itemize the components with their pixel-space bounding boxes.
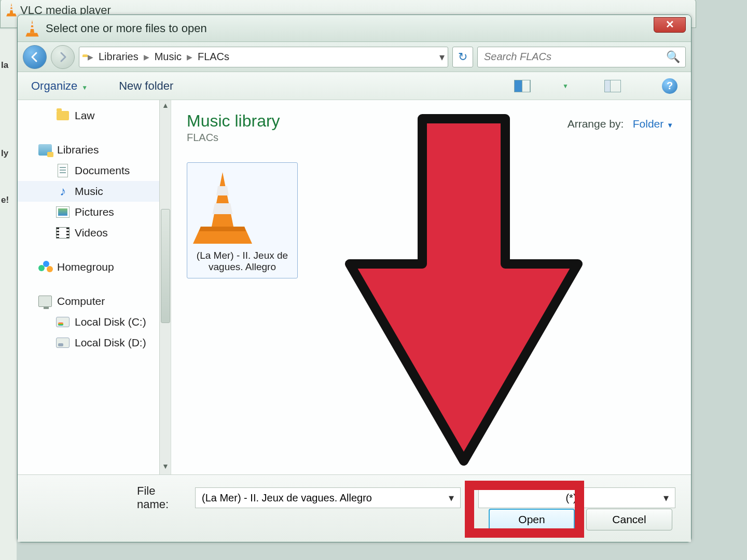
scrollbar-thumb[interactable] <box>161 209 170 323</box>
chevron-right-icon: ▶ <box>187 53 192 61</box>
pictures-icon <box>56 205 70 219</box>
filename-combobox[interactable]: (La Mer) - II. Jeux de vagues. Allegro ▾ <box>195 487 461 508</box>
tree-scrollbar[interactable]: ▲ ▼ <box>159 100 171 474</box>
tree-item-label: Libraries <box>57 144 99 156</box>
tree-item-documents[interactable]: Documents <box>18 160 171 181</box>
chevron-down-icon[interactable]: ▾ <box>663 492 669 504</box>
tree-item-computer[interactable]: Computer <box>18 291 171 312</box>
filename-label: File name: <box>137 484 187 511</box>
tree-item-music[interactable]: ♪ Music <box>18 181 171 202</box>
drive-icon <box>56 336 70 349</box>
vlc-cone-icon <box>191 169 293 247</box>
dialog-titlebar[interactable]: Select one or more files to open ✕ <box>18 15 691 42</box>
svg-rect-0 <box>10 6 12 8</box>
breadcrumb-segment[interactable]: Music <box>155 51 182 63</box>
tree-item-drive-c[interactable]: Local Disk (C:) <box>18 312 171 332</box>
open-button[interactable]: Open <box>489 509 575 530</box>
file-type-filter[interactable]: (*) ▾ <box>478 487 675 508</box>
tree-item-label: Pictures <box>75 206 114 218</box>
svg-rect-3 <box>30 27 34 29</box>
tree-item-label: Computer <box>57 295 105 307</box>
tree-item-drive-d[interactable]: Local Disk (D:) <box>18 332 171 353</box>
music-icon: ♪ <box>56 185 70 198</box>
library-subheading: FLACs <box>187 132 675 144</box>
scroll-up-icon[interactable]: ▲ <box>160 101 171 113</box>
dialog-title: Select one or more files to open <box>46 22 207 35</box>
views-icon <box>514 80 531 92</box>
svg-rect-1 <box>10 9 13 10</box>
tree-item-label: Local Disk (C:) <box>75 316 146 328</box>
breadcrumb-segment[interactable]: Libraries <box>99 51 139 63</box>
close-button[interactable]: ✕ <box>654 17 686 33</box>
arrange-by-value[interactable]: Folder <box>633 118 664 130</box>
preview-pane-icon <box>604 80 621 92</box>
tree-item-label: Documents <box>75 164 130 177</box>
chevron-down-icon: ▼ <box>667 121 673 129</box>
search-input[interactable] <box>483 50 666 63</box>
tree-item-homegroup[interactable]: Homegroup <box>18 257 171 277</box>
cancel-button[interactable]: Cancel <box>586 509 672 530</box>
toolbar: Organize▼ New folder ▼ ? <box>18 72 691 100</box>
tree-item-label: Homegroup <box>57 261 114 273</box>
tree-item-label: Local Disk (D:) <box>75 337 146 349</box>
file-item[interactable]: (La Mer) - II. Jeux de vagues. Allegro <box>187 162 298 278</box>
chevron-down-icon: ▼ <box>81 84 88 91</box>
vlc-cone-icon <box>25 19 39 37</box>
arrange-by[interactable]: Arrange by: Folder ▼ <box>568 118 673 130</box>
libraries-icon <box>38 143 52 157</box>
breadcrumb-segment[interactable]: FLACs <box>198 51 229 63</box>
chevron-right-icon: ▶ <box>88 53 93 61</box>
breadcrumb-dropdown-icon[interactable]: ▾ <box>439 51 445 63</box>
chevron-down-icon[interactable]: ▼ <box>562 82 569 90</box>
filename-value: (La Mer) - II. Jeux de vagues. Allegro <box>202 492 372 504</box>
refresh-button[interactable]: ↻ <box>452 47 473 67</box>
folder-icon <box>56 109 70 122</box>
search-icon: 🔍 <box>666 50 680 64</box>
tree-item-label: Music <box>75 185 103 198</box>
chevron-down-icon[interactable]: ▾ <box>449 492 454 504</box>
chevron-right-icon: ▶ <box>144 53 149 61</box>
file-list-pane[interactable]: Music library FLACs Arrange by: Folder ▼ <box>171 100 691 474</box>
tree-item-videos[interactable]: Videos <box>18 222 171 243</box>
dialog-footer: File name: (La Mer) - II. Jeux de vagues… <box>18 474 691 542</box>
new-folder-button[interactable]: New folder <box>119 79 173 93</box>
drive-icon <box>56 315 70 329</box>
breadcrumb[interactable]: ▶ Libraries ▶ Music ▶ FLACs ▾ <box>79 47 448 67</box>
scroll-down-icon[interactable]: ▼ <box>160 462 171 473</box>
filter-value: (*) <box>565 492 576 504</box>
svg-rect-2 <box>31 23 34 25</box>
open-file-dialog: Select one or more files to open ✕ ▶ Lib… <box>17 15 691 542</box>
vlc-cone-icon <box>6 3 17 17</box>
preview-pane-button[interactable] <box>604 78 621 94</box>
file-item-label: (La Mer) - II. Jeux de vagues. Allegro <box>191 250 293 273</box>
tree-item-label: Videos <box>75 227 108 239</box>
tree-item-pictures[interactable]: Pictures <box>18 202 171 222</box>
tree-item-label: Law <box>75 109 95 122</box>
tree-item-libraries[interactable]: Libraries <box>18 139 171 160</box>
computer-icon <box>38 295 52 308</box>
search-box[interactable]: 🔍 <box>477 47 686 67</box>
videos-icon <box>56 226 70 240</box>
back-button[interactable] <box>23 45 47 69</box>
change-view-button[interactable] <box>514 78 531 94</box>
homegroup-icon <box>38 260 52 274</box>
navigation-tree[interactable]: Law Libraries Documents ♪ Music Picture <box>18 100 171 474</box>
organize-menu[interactable]: Organize▼ <box>31 79 88 93</box>
navigation-bar: ▶ Libraries ▶ Music ▶ FLACs ▾ ↻ 🔍 <box>18 42 691 72</box>
document-icon <box>56 164 70 177</box>
vlc-sidebar-sliver: la ly e! <box>0 29 17 560</box>
forward-button[interactable] <box>51 45 75 69</box>
tree-item[interactable]: Law <box>18 105 171 126</box>
help-button[interactable]: ? <box>662 78 677 94</box>
